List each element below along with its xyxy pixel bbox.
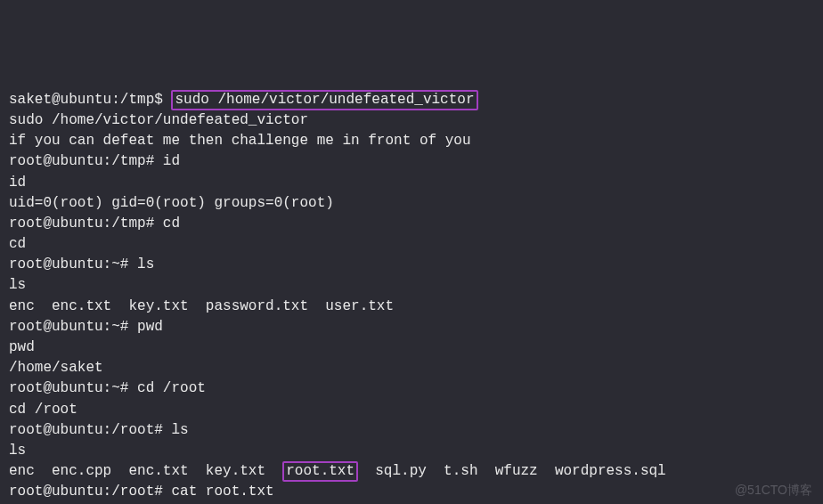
terminal-text: root@ubuntu:/root# cat root.txt	[9, 484, 274, 500]
terminal-text: root@ubuntu:/tmp# id	[9, 153, 180, 169]
terminal-text: root@ubuntu:/root# ls	[9, 422, 189, 438]
terminal-line: id	[9, 173, 814, 193]
terminal-line: ls	[9, 275, 814, 296]
terminal-text: root@ubuntu:~# pwd	[9, 319, 163, 335]
terminal-line: root@ubuntu:/tmp# id	[9, 151, 814, 172]
terminal-text: pwd	[9, 339, 35, 355]
terminal-line: enc enc.cpp enc.txt key.txt root.txt sql…	[9, 461, 814, 482]
terminal-line: cd	[9, 234, 814, 255]
terminal-output[interactable]: saket@ubuntu:/tmp$ sudo /home/victor/und…	[9, 90, 814, 504]
terminal-line: if you can defeat me then challenge me i…	[9, 131, 814, 151]
terminal-text: ls	[9, 277, 26, 293]
terminal-text: uid=0(root) gid=0(root) groups=0(root)	[9, 195, 334, 211]
terminal-line: root@ubuntu:~# cd /root	[9, 378, 814, 399]
terminal-line: cd /root	[9, 400, 814, 420]
terminal-line: /home/saket	[9, 358, 814, 378]
terminal-text: root@ubuntu:~# cd /root	[9, 380, 206, 396]
highlighted-text: sudo /home/victor/undefeated_victor	[171, 90, 477, 110]
terminal-line: pwd	[9, 337, 814, 358]
terminal-text: sql.py t.sh wfuzz wordpress.sql	[358, 463, 666, 479]
terminal-text: saket@ubuntu:/tmp$	[9, 92, 171, 108]
terminal-text: /home/saket	[9, 360, 103, 376]
terminal-line: ls	[9, 441, 814, 461]
terminal-text: enc enc.txt key.txt password.txt user.tx…	[9, 298, 394, 314]
terminal-line: root@ubuntu:~# ls	[9, 255, 814, 275]
terminal-text: root@ubuntu:/tmp# cd	[9, 215, 180, 232]
terminal-text: sudo /home/victor/undefeated_victor	[9, 112, 308, 128]
terminal-text: root@ubuntu:~# ls	[9, 256, 154, 272]
terminal-text: id	[9, 175, 26, 191]
terminal-line: root@ubuntu:/root# cat root.txt	[9, 482, 814, 502]
highlighted-text: root.txt	[282, 461, 358, 482]
terminal-line: saket@ubuntu:/tmp$ sudo /home/victor/und…	[9, 90, 814, 110]
terminal-line: root@ubuntu:/root# ls	[9, 420, 814, 441]
terminal-text: enc enc.cpp enc.txt key.txt	[9, 463, 282, 479]
terminal-text: ls	[9, 443, 26, 459]
terminal-line: root@ubuntu:/tmp# cd	[9, 214, 814, 234]
terminal-text: if you can defeat me then challenge me i…	[9, 133, 470, 149]
terminal-text: cd	[9, 236, 26, 252]
terminal-line: sudo /home/victor/undefeated_victor	[9, 110, 814, 131]
terminal-line: uid=0(root) gid=0(root) groups=0(root)	[9, 193, 814, 214]
terminal-line: root@ubuntu:~# pwd	[9, 317, 814, 337]
terminal-line: enc enc.txt key.txt password.txt user.tx…	[9, 297, 814, 317]
terminal-text: cd /root	[9, 402, 77, 418]
